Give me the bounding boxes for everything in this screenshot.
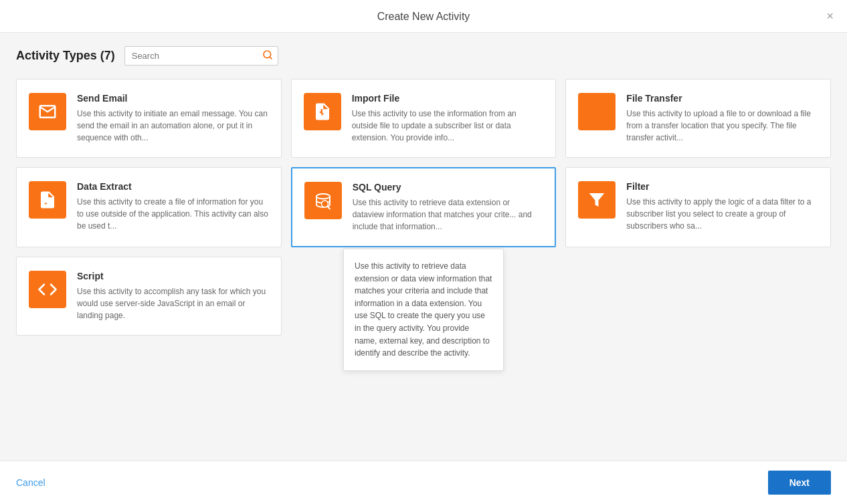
- modal-footer: Cancel Next: [0, 461, 847, 504]
- script-icon-wrap: [29, 271, 66, 308]
- import-file-content: Import File Use this activity to use the…: [352, 93, 544, 144]
- card-send-email[interactable]: Send Email Use this activity to initiate…: [16, 79, 282, 158]
- filter-content: Filter Use this activity to apply the lo…: [626, 181, 818, 232]
- send-email-desc: Use this activity to initiate an email m…: [77, 108, 269, 144]
- file-transfer-desc: Use this activity to upload a file to or…: [626, 108, 818, 144]
- data-extract-content: Data Extract Use this activity to create…: [77, 181, 269, 232]
- filter-title: Filter: [626, 181, 818, 192]
- card-sql-query[interactable]: SQL Query Use this activity to retrieve …: [291, 167, 557, 247]
- toolbar: Activity Types (7): [16, 46, 831, 66]
- send-email-icon-wrap: [29, 93, 66, 130]
- file-transfer-title: File Transfer: [626, 93, 818, 104]
- extract-icon: [37, 190, 58, 210]
- create-activity-modal: Create New Activity × Activity Types (7): [0, 0, 847, 504]
- script-content: Script Use this activity to accomplish a…: [77, 271, 269, 322]
- send-email-title: Send Email: [77, 93, 269, 104]
- filter-icon: [587, 190, 607, 210]
- send-email-content: Send Email Use this activity to initiate…: [77, 93, 269, 144]
- next-button[interactable]: Next: [768, 471, 831, 495]
- data-extract-desc: Use this activity to create a file of in…: [77, 196, 269, 232]
- import-file-icon-wrap: [304, 93, 341, 130]
- import-file-desc: Use this activity to use the information…: [352, 108, 544, 144]
- import-file-title: Import File: [352, 93, 544, 104]
- sql-icon: [313, 191, 333, 211]
- modal-body: Activity Types (7) Send Email Use this a…: [0, 33, 847, 461]
- file-transfer-content: File Transfer Use this activity to uploa…: [626, 93, 818, 144]
- sql-query-content: SQL Query Use this activity to retrieve …: [353, 182, 543, 233]
- modal-title: Create New Activity: [377, 11, 470, 23]
- filter-desc: Use this activity to apply the logic of …: [626, 196, 818, 232]
- file-transfer-icon-wrap: [578, 93, 616, 130]
- email-icon: [37, 102, 58, 122]
- close-button[interactable]: ×: [826, 10, 834, 22]
- data-extract-title: Data Extract: [77, 181, 269, 192]
- sql-query-icon-wrap: [304, 182, 342, 219]
- cancel-button[interactable]: Cancel: [16, 475, 45, 491]
- cards-grid: Send Email Use this activity to initiate…: [16, 79, 831, 336]
- filter-icon-wrap: [578, 181, 616, 219]
- script-desc: Use this activity to accomplish any task…: [77, 285, 269, 322]
- card-data-extract[interactable]: Data Extract Use this activity to create…: [16, 167, 282, 247]
- search-wrapper: [124, 46, 278, 66]
- card-script[interactable]: Script Use this activity to accomplish a…: [16, 257, 282, 336]
- search-input[interactable]: [124, 46, 278, 66]
- sql-query-tooltip: Use this activity to retrieve data exten…: [343, 249, 504, 371]
- data-extract-icon-wrap: [29, 181, 66, 219]
- sql-query-desc: Use this activity to retrieve data exten…: [353, 197, 543, 233]
- activity-types-label: Activity Types (7): [16, 49, 115, 63]
- card-import-file[interactable]: Import File Use this activity to use the…: [291, 79, 557, 158]
- svg-point-2: [316, 194, 330, 199]
- svg-line-4: [327, 207, 330, 209]
- card-filter[interactable]: Filter Use this activity to apply the lo…: [565, 167, 831, 247]
- script-icon: [37, 279, 58, 299]
- card-file-transfer[interactable]: File Transfer Use this activity to uploa…: [565, 79, 831, 158]
- transfer-icon: [587, 102, 607, 122]
- sql-query-title: SQL Query: [353, 182, 543, 193]
- import-icon: [312, 102, 333, 122]
- script-title: Script: [77, 271, 269, 281]
- modal-header: Create New Activity ×: [0, 0, 847, 33]
